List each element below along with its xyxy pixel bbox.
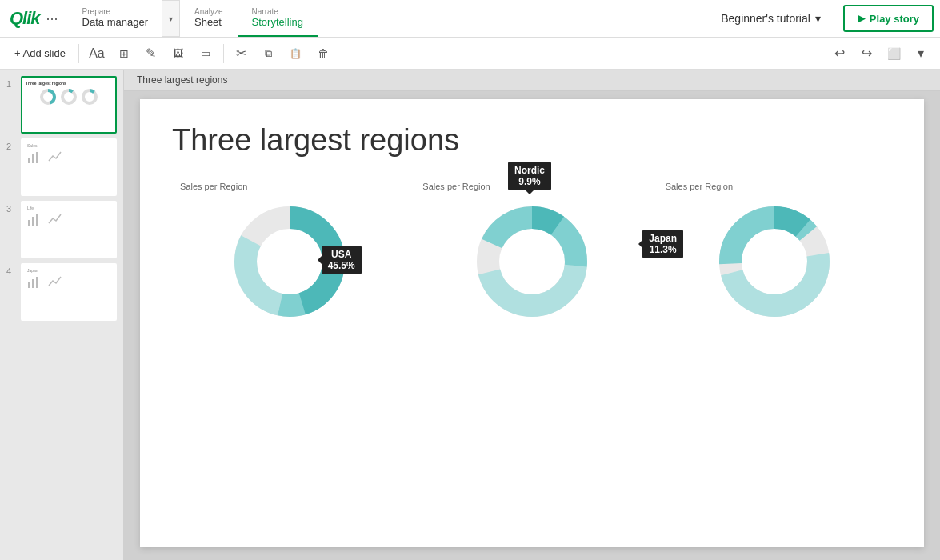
- svg-rect-6: [28, 158, 30, 163]
- paste-button[interactable]: 📋: [283, 42, 309, 66]
- tab-analyze-label: Sheet: [194, 16, 223, 28]
- thumb-4-label: Japan: [27, 268, 110, 273]
- layout-button[interactable]: ⊞: [111, 42, 137, 66]
- donut-nordic-chart: [468, 198, 596, 326]
- slide-canvas[interactable]: Three largest regions Sales per Region: [140, 99, 924, 547]
- slide-panel: 1 Three largest regions: [0, 70, 124, 560]
- logo-area: Qlik ···: [0, 0, 68, 37]
- tab-analyze[interactable]: Analyze Sheet: [180, 0, 238, 37]
- tab-narrate-label: Storytelling: [252, 16, 303, 28]
- slide-item-4[interactable]: 4 Japan: [6, 263, 117, 321]
- thumb-line-icon-3: [48, 212, 62, 226]
- tooltip-usa: USA 45.5%: [322, 246, 362, 274]
- main-layout: 1 Three largest regions: [0, 70, 940, 560]
- media-button[interactable]: ▭: [193, 42, 218, 66]
- redo-button[interactable]: ↪: [854, 42, 879, 66]
- prepare-dropdown-arrow[interactable]: ▾: [162, 0, 180, 37]
- donut-japan-wrapper: Japan 11.3%: [710, 198, 838, 326]
- slide-number-2: 2: [6, 138, 16, 151]
- undo-button[interactable]: ↩: [826, 42, 852, 66]
- play-story-label: Play story: [870, 13, 919, 25]
- toolbar-sep-2: [223, 44, 224, 63]
- slide-thumb-1[interactable]: Three largest regions: [21, 76, 117, 134]
- chart-japan-label: Sales per Region: [658, 182, 733, 191]
- chart-usa: Sales per Region: [172, 182, 406, 326]
- thumb-3-label: Life: [27, 206, 110, 210]
- tab-prepare-label: Data manager: [82, 16, 148, 28]
- slide-number-3: 3: [6, 201, 16, 214]
- present-button[interactable]: ⬜: [881, 42, 906, 66]
- prepare-tab-group: Prepare Data manager ▾: [68, 0, 180, 37]
- svg-point-24: [500, 230, 564, 294]
- slide-title-text: Three largest regions: [137, 74, 227, 86]
- thumb-bar-icon-4: [27, 274, 42, 289]
- play-story-button[interactable]: ▶ Play story: [843, 5, 934, 32]
- delete-button[interactable]: 🗑: [310, 42, 336, 66]
- svg-rect-14: [36, 277, 38, 288]
- tab-analyze-section: Analyze: [194, 7, 223, 16]
- toolbar-sep-1: [78, 44, 79, 63]
- image-button[interactable]: 🖼: [166, 42, 191, 66]
- thumb-bar-icon-3: [27, 212, 42, 226]
- slide-item-2[interactable]: 2 Sales: [6, 138, 117, 196]
- toolbar: + Add slide Aa ⊞ ✎ 🖼 ▭ ✂ ⧉ 📋 🗑 ↩ ↪ ⬜ ▾: [0, 38, 940, 70]
- tutorial-selector[interactable]: Beginner's tutorial ▾: [713, 0, 829, 37]
- slide-item-3[interactable]: 3 Life: [6, 201, 117, 258]
- slide-item-1[interactable]: 1 Three largest regions: [6, 76, 117, 134]
- slide-thumb-4[interactable]: Japan: [21, 263, 117, 321]
- tab-narrate-section: Narrate: [252, 7, 303, 16]
- thumb-1-title: Three largest regions: [26, 81, 112, 86]
- donut-usa-wrapper: USA 45.5%: [226, 198, 354, 326]
- add-slide-button[interactable]: + Add slide: [6, 42, 74, 66]
- menu-dots-icon[interactable]: ···: [46, 10, 58, 27]
- add-slide-label: + Add slide: [14, 47, 66, 59]
- tooltip-japan-label: Japan: [649, 233, 677, 244]
- content-area: Three largest regions Three largest regi…: [124, 70, 940, 560]
- donut-japan-chart: [710, 198, 838, 326]
- slide-canvas-wrapper: Three largest regions Sales per Region: [124, 91, 940, 560]
- slide-number-4: 4: [6, 263, 16, 276]
- donut-nordic-wrapper: Nordic 9.9%: [468, 198, 596, 326]
- thumb-3-icons: [27, 212, 110, 226]
- svg-point-29: [742, 230, 806, 294]
- tooltip-usa-value: 45.5%: [328, 260, 355, 271]
- tutorial-label: Beginner's tutorial: [721, 12, 810, 25]
- thumb-donut-1: [39, 88, 57, 106]
- tooltip-japan-value: 11.3%: [649, 244, 677, 255]
- tab-prepare[interactable]: Prepare Data manager: [68, 0, 162, 37]
- svg-rect-13: [32, 279, 34, 288]
- svg-point-4: [83, 90, 96, 103]
- slide-thumb-2[interactable]: Sales: [21, 138, 117, 196]
- chart-nordic: Sales per Region: [414, 182, 649, 326]
- top-navigation: Qlik ··· Prepare Data manager ▾ Analyze …: [0, 0, 940, 38]
- tooltip-nordic-value: 9.9%: [514, 176, 545, 187]
- svg-rect-8: [36, 152, 38, 163]
- tooltip-nordic-label: Nordic: [514, 165, 545, 176]
- slide-title-bar: Three largest regions: [124, 70, 940, 91]
- thumb-donut-3: [81, 88, 98, 106]
- thumb-donut-2: [60, 88, 78, 106]
- copy-button[interactable]: ⧉: [256, 42, 282, 66]
- present-dropdown[interactable]: ▾: [908, 42, 934, 66]
- svg-rect-11: [36, 214, 38, 226]
- tab-prepare-section: Prepare: [82, 7, 148, 16]
- svg-point-2: [62, 90, 75, 103]
- slide-number-1: 1: [6, 76, 16, 89]
- tooltip-nordic: Nordic 9.9%: [508, 162, 551, 190]
- thumb-4-icons: [27, 274, 110, 289]
- slide-thumb-3[interactable]: Life: [21, 201, 117, 258]
- toolbar-right-group: ↩ ↪ ⬜ ▾: [826, 42, 934, 66]
- tab-narrate[interactable]: Narrate Storytelling: [238, 0, 318, 37]
- tooltip-japan: Japan 11.3%: [642, 230, 683, 258]
- tutorial-dropdown-icon: ▾: [815, 12, 821, 25]
- qlik-logo: Qlik: [10, 8, 40, 29]
- text-format-button[interactable]: Aa: [84, 42, 110, 66]
- edit-button[interactable]: ✎: [138, 42, 164, 66]
- svg-rect-10: [32, 217, 34, 226]
- cut-button[interactable]: ✂: [229, 42, 254, 66]
- svg-point-19: [258, 230, 322, 294]
- thumb-bar-icon-2: [27, 150, 42, 164]
- thumb-line-icon-4: [48, 274, 62, 289]
- play-icon: ▶: [858, 13, 865, 24]
- chart-japan: Sales per Region: [658, 182, 892, 326]
